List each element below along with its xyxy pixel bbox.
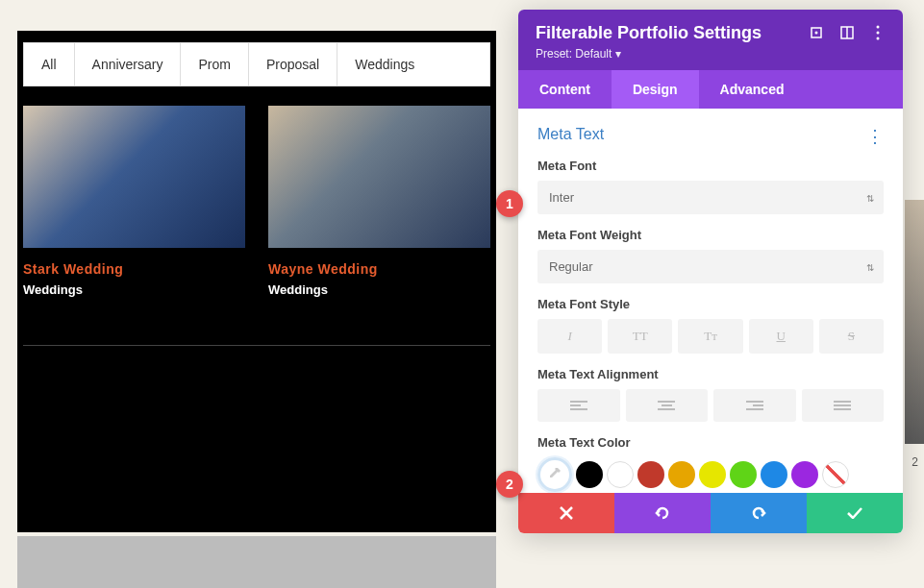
menu-icon[interactable] [870, 25, 886, 40]
portfolio-thumbnail[interactable] [23, 106, 245, 248]
filter-tab-prom[interactable]: Prom [181, 43, 248, 86]
color-swatch[interactable] [637, 461, 664, 488]
portfolio-category: Weddings [268, 282, 490, 297]
section-title[interactable]: Meta Text ⋮ [537, 126, 884, 143]
portfolio-title: Wayne Wedding [268, 261, 490, 277]
filter-tabs: All Anniversary Prom Proposal Weddings [23, 42, 490, 86]
strikethrough-button[interactable]: S [819, 319, 884, 354]
align-justify-button[interactable] [802, 389, 885, 422]
color-swatch[interactable] [607, 461, 634, 488]
tab-advanced[interactable]: Advanced [699, 70, 806, 109]
panel-tabs: Content Design Advanced [518, 70, 903, 109]
align-left-button[interactable] [537, 389, 620, 422]
panel-footer [518, 493, 903, 533]
eyedropper-icon [548, 468, 562, 481]
tab-content[interactable]: Content [518, 70, 612, 109]
color-swatch[interactable] [761, 461, 787, 488]
color-picker-button[interactable] [537, 457, 572, 492]
filter-tab-proposal[interactable]: Proposal [249, 43, 337, 86]
expand-icon[interactable] [809, 25, 824, 40]
portfolio-grid: Stark Wedding Weddings Wayne Wedding Wed… [17, 106, 496, 297]
section-menu-icon[interactable]: ⋮ [866, 126, 884, 147]
responsive-icon[interactable] [839, 25, 855, 40]
portfolio-item[interactable]: Wayne Wedding Weddings [268, 106, 490, 297]
tab-design[interactable]: Design [612, 70, 699, 109]
filter-tab-all[interactable]: All [24, 43, 75, 86]
svg-point-4 [877, 26, 880, 29]
uppercase-button[interactable]: TT [608, 319, 672, 354]
page-number: 2 [912, 455, 918, 469]
undo-button[interactable] [614, 493, 711, 533]
align-center-button[interactable] [626, 389, 709, 422]
filter-tab-weddings[interactable]: Weddings [337, 43, 432, 86]
color-swatch[interactable] [791, 461, 818, 488]
color-label: Meta Text Color [537, 435, 884, 450]
font-select[interactable]: Inter [537, 181, 884, 214]
align-right-button[interactable] [713, 389, 796, 422]
settings-panel: Filterable Portfolio Settings Preset: De… [518, 10, 903, 533]
color-swatches [537, 457, 884, 492]
portfolio-preview: All Anniversary Prom Proposal Weddings S… [17, 31, 496, 532]
align-buttons [537, 389, 884, 422]
align-label: Meta Text Alignment [537, 367, 884, 381]
panel-preset[interactable]: Preset: Default ▾ [536, 47, 886, 61]
color-swatch[interactable] [576, 461, 603, 488]
divider [23, 345, 490, 346]
italic-button[interactable]: I [537, 319, 602, 354]
filter-tab-anniversary[interactable]: Anniversary [75, 43, 182, 86]
portfolio-title: Stark Wedding [23, 261, 245, 277]
portfolio-thumbnail[interactable] [268, 106, 490, 248]
svg-point-5 [877, 32, 880, 35]
select-arrows-icon: ⇅ [866, 192, 874, 203]
annotation-marker-1: 1 [496, 190, 523, 217]
select-arrows-icon: ⇅ [866, 261, 874, 272]
underline-button[interactable]: U [749, 319, 813, 354]
portfolio-item[interactable]: Stark Wedding Weddings [23, 106, 245, 297]
color-swatch-none[interactable] [822, 461, 849, 488]
right-edge-image [905, 200, 924, 444]
color-swatch[interactable] [668, 461, 695, 488]
panel-header: Filterable Portfolio Settings Preset: De… [518, 10, 903, 70]
weight-select[interactable]: Regular [537, 250, 884, 283]
cancel-button[interactable] [518, 493, 614, 533]
color-swatch[interactable] [730, 461, 757, 488]
font-label: Meta Font [537, 159, 884, 173]
section-title-text: Meta Text [537, 126, 604, 142]
svg-point-6 [877, 37, 880, 40]
color-swatch[interactable] [699, 461, 726, 488]
style-buttons: I TT Tт U S [537, 319, 884, 354]
portfolio-category: Weddings [23, 282, 245, 297]
panel-body: Meta Text ⋮ Meta Font Inter ⇅ Meta Font … [518, 109, 903, 493]
redo-button[interactable] [711, 493, 807, 533]
gray-block [17, 536, 496, 588]
style-label: Meta Font Style [537, 297, 884, 311]
svg-point-1 [815, 32, 818, 35]
weight-label: Meta Font Weight [537, 228, 884, 242]
annotation-marker-2: 2 [496, 471, 523, 498]
smallcaps-button[interactable]: Tт [678, 319, 742, 354]
save-button[interactable] [807, 493, 903, 533]
